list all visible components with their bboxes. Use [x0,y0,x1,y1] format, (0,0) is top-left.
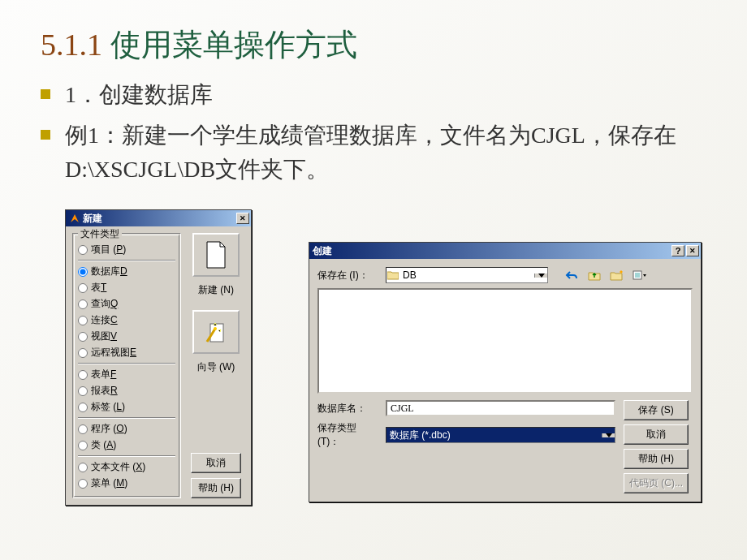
wizard-label: 向导 (W) [197,360,235,374]
wizard-icon [204,319,228,345]
radio-label: 程序 (O) [91,422,127,436]
new-folder-icon[interactable] [608,267,626,283]
divider [78,455,175,457]
filetype-radio[interactable]: 查询Q [78,297,175,311]
chevron-down-icon[interactable] [602,433,615,437]
radio-input[interactable] [78,245,88,255]
radio-label: 表单F [91,368,116,381]
cancel-button[interactable]: 取消 [624,424,689,445]
new-file-icon [205,241,227,269]
radio-input[interactable] [78,370,88,380]
filetype-radio[interactable]: 连接C [78,313,175,327]
save-in-label: 保存在 (I)： [317,269,381,282]
radio-input[interactable] [78,348,88,358]
view-menu-icon[interactable] [631,267,649,283]
radio-input[interactable] [78,403,88,412]
filetype-radio[interactable]: 文本文件 (X) [78,460,175,474]
titlebar[interactable]: 新建 ✕ [66,210,251,226]
filetype-radio[interactable]: 标签 (L) [78,400,175,414]
radio-input[interactable] [78,283,88,293]
radio-input[interactable] [78,463,88,472]
folder-icon [386,270,399,280]
filetype-radio[interactable]: 表T [78,281,175,295]
radio-input[interactable] [78,267,88,277]
help-button[interactable]: 帮助 (H) [191,478,241,498]
save-type-value: 数据库 (*.dbc) [386,427,602,444]
titlebar[interactable]: 创建 ? ✕ [309,243,701,259]
radio-label: 查询Q [91,297,118,311]
radio-label: 视图V [91,330,117,343]
filetype-radio[interactable]: 视图V [78,330,175,343]
radio-label: 报表R [91,384,118,398]
back-icon[interactable] [563,267,581,283]
divider [78,363,175,364]
slide-title: 5.1.1 使用菜单操作方式 [41,24,706,66]
wizard-button[interactable] [192,310,240,354]
codepage-button: 代码页 (C)... [624,473,689,493]
fox-icon [69,213,80,224]
title-number: 5.1.1 [41,28,102,62]
radio-label: 数据库D [91,265,127,278]
divider [78,417,175,419]
filetype-group: 文件类型 项目 (P)数据库D表T查询Q连接C视图V远程视图E表单F报表R标签 … [72,233,181,498]
divider [78,260,175,261]
filetype-radio[interactable]: 远程视图E [78,346,175,360]
filetype-radio[interactable]: 数据库D [78,265,175,278]
filetype-label: 文件类型 [78,227,122,241]
file-list[interactable] [317,288,693,394]
radio-input[interactable] [78,316,88,325]
close-icon[interactable]: ✕ [686,245,699,256]
radio-label: 项目 (P) [91,243,126,256]
svg-point-1 [214,327,217,330]
bullet-icon [41,89,50,99]
radio-label: 远程视图E [91,346,136,360]
radio-input[interactable] [78,441,88,450]
radio-label: 连接C [91,313,118,327]
new-dialog: 新建 ✕ 文件类型 项目 (P)数据库D表T查询Q连接C视图V远程视图E表单F报… [65,209,252,506]
radio-input[interactable] [78,386,88,396]
chevron-down-icon[interactable] [534,274,547,278]
dialog-title: 新建 [83,212,236,226]
save-in-combo[interactable]: DB [386,267,548,283]
filetype-radio[interactable]: 程序 (O) [78,422,175,436]
filetype-radio[interactable]: 类 (A) [78,438,175,452]
radio-input[interactable] [78,424,88,434]
dialog-title: 创建 [313,244,671,258]
radio-input[interactable] [78,479,88,489]
filetype-radio[interactable]: 项目 (P) [78,243,175,256]
radio-input[interactable] [78,299,88,309]
folder-name: DB [399,268,534,282]
radio-input[interactable] [78,332,88,342]
help-icon[interactable]: ? [671,245,684,256]
bullet-1: 1．创建数据库 [41,78,706,112]
filetype-radio[interactable]: 报表R [78,384,175,398]
filetype-radio[interactable]: 表单F [78,368,175,381]
new-file-button[interactable] [192,233,240,277]
radio-label: 菜单 (M) [91,476,127,490]
radio-label: 文本文件 (X) [91,460,145,474]
radio-label: 标签 (L) [91,400,125,414]
close-icon[interactable]: ✕ [236,213,249,224]
save-type-combo[interactable]: 数据库 (*.dbc) [386,427,615,443]
save-dialog: 创建 ? ✕ 保存在 (I)： DB [309,242,702,502]
new-file-label: 新建 (N) [198,283,234,297]
bullet-icon [41,130,50,140]
db-name-label: 数据库名： [317,402,381,416]
save-button[interactable]: 保存 (S) [624,400,689,420]
help-button[interactable]: 帮助 (H) [624,449,689,469]
bullet-2: 例1：新建一个学生成绩管理数据库，文件名为CJGL，保存在D:\XSCJGL\D… [41,118,706,187]
filetype-radio[interactable]: 菜单 (M) [78,476,175,490]
save-type-label: 保存类型 (T)： [317,421,381,449]
cancel-button[interactable]: 取消 [191,453,241,473]
radio-label: 类 (A) [91,438,116,452]
up-folder-icon[interactable] [585,267,603,283]
db-name-input[interactable] [386,400,615,416]
radio-label: 表T [91,281,106,295]
title-text: 使用菜单操作方式 [110,28,357,62]
